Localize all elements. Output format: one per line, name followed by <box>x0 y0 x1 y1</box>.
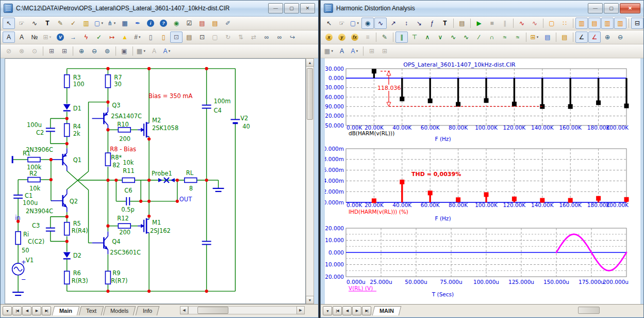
grid-squares-icon[interactable]: ▦▼ <box>135 45 147 57</box>
schematic-canvas[interactable]: R3100R730Bias = 350 mAD1Q32SA1407C100uC2… <box>5 58 306 304</box>
scale-x-icon[interactable]: ↗ <box>387 18 400 29</box>
dropdown-arrow-icon[interactable]: ▼ <box>331 50 334 53</box>
stamp-icon[interactable]: ⊞▼ <box>41 31 54 43</box>
close-button[interactable]: ✕ <box>300 3 315 13</box>
schematic-titlebar[interactable]: C:\MC12\DATA\Petrov\OPS_Lateral\OPS_Late… <box>1 1 318 17</box>
currents-icon[interactable]: → <box>67 31 79 43</box>
checkbox-icon[interactable]: ☑ <box>183 18 195 29</box>
new-page-icon[interactable]: ▯ <box>144 31 157 43</box>
select-region-icon[interactable]: ⊡ <box>170 31 183 43</box>
tab-prev-icon[interactable]: ◀ <box>342 306 352 315</box>
font-color-icon[interactable]: A▼ <box>161 45 173 57</box>
dropdown-arrow-icon[interactable]: ▼ <box>536 36 539 39</box>
more-circle-icon[interactable]: ⊙ <box>28 45 41 57</box>
edit-document-icon[interactable]: ✐ <box>222 18 234 29</box>
minimize-button[interactable]: — <box>588 3 603 13</box>
font-icon[interactable]: A <box>148 45 160 57</box>
vertical-scroll-thumb[interactable] <box>307 68 313 120</box>
dropdown-arrow-icon[interactable]: ▼ <box>168 50 171 53</box>
fx-cursor-icon[interactable]: fx <box>349 31 361 43</box>
zoom-100-icon[interactable]: ⊚ <box>101 45 113 57</box>
schematic-file-icon[interactable] <box>4 4 13 13</box>
cursor-lines-icon[interactable]: ▤ <box>588 18 601 29</box>
tab-last-icon[interactable]: ▶| <box>362 306 371 315</box>
properties-page-icon[interactable]: ▤ <box>183 31 195 43</box>
table-grid-icon[interactable]: ▦ <box>119 18 131 29</box>
tab-main[interactable]: MAIN <box>372 306 402 315</box>
go-to-x-icon[interactable]: ∥ <box>395 31 408 43</box>
clipboard-icon[interactable]: ⊞▼ <box>529 31 541 43</box>
list-cursor-icon[interactable]: ≡ <box>361 31 374 43</box>
dropdown-arrow-icon[interactable]: ▼ <box>138 36 141 39</box>
select-handles-icon[interactable]: ⊡ <box>196 31 208 43</box>
tangent-cursor-icon[interactable]: ∿ <box>529 18 541 29</box>
flip-vertical-icon[interactable]: ⇅ <box>235 31 247 43</box>
page-image-icon[interactable]: ▣ <box>118 45 130 57</box>
check-document-icon[interactable]: ▤ <box>196 18 208 29</box>
horizontal-line-icon[interactable]: ⊟ <box>631 18 643 29</box>
define-check-icon[interactable]: ✓ <box>67 18 79 29</box>
dropdown-arrow-icon[interactable]: ▼ <box>113 22 117 25</box>
tab-next-icon[interactable]: ▶ <box>32 306 41 315</box>
scale-axes-icon[interactable]: ∠ <box>575 31 588 43</box>
cursor-left-icon[interactable]: ▥ <box>575 18 588 29</box>
global-low-icon[interactable]: ≈ <box>511 31 524 43</box>
help-icon[interactable]: ? <box>157 18 170 29</box>
goto-icon[interactable]: ↪ <box>286 31 299 43</box>
scroll-down-icon[interactable]: ▼ <box>306 296 314 304</box>
info-icon[interactable]: i <box>144 18 157 29</box>
pan-hand-icon[interactable]: ☞ <box>15 18 28 29</box>
scroll-up-icon[interactable]: ▲ <box>306 58 314 67</box>
inflection-icon[interactable]: ∩ <box>486 31 498 43</box>
quill-icon[interactable]: ✒ <box>131 18 144 29</box>
attribute-wave-icon[interactable]: A <box>15 31 28 43</box>
tab-dropdown-icon[interactable]: ▼ <box>323 306 332 315</box>
scale-y-icon[interactable]: ↕ <box>400 18 412 29</box>
pin-connections-icon[interactable]: ↦ <box>106 31 118 43</box>
font-icon[interactable]: A <box>336 45 348 57</box>
rotate-icon[interactable]: ↻ <box>222 31 234 43</box>
analysis-window-icon[interactable] <box>324 4 333 13</box>
corners-box-icon[interactable]: ∷ <box>558 18 571 29</box>
notes-document-icon[interactable]: ▤ <box>209 18 221 29</box>
node-voltages-icon[interactable]: V <box>54 31 67 43</box>
warning-triangle-icon[interactable]: ▲ <box>119 31 131 43</box>
font-color-icon[interactable]: A▼ <box>349 45 361 57</box>
find-wave-icon[interactable]: ∞ <box>260 31 273 43</box>
tab-text[interactable]: Text <box>79 306 104 315</box>
peak-icon[interactable]: ∧ <box>421 31 434 43</box>
cascade-pages-icon[interactable]: ⊞ <box>366 45 378 57</box>
cursor-right-icon[interactable]: ▥ <box>601 18 614 29</box>
tab-main[interactable]: Main <box>52 306 80 315</box>
scroll-right-icon[interactable]: ▶ <box>296 306 305 314</box>
properties-icon[interactable]: ▤ <box>456 18 468 29</box>
conditions-icon[interactable]: ✓ <box>93 31 105 43</box>
cascade-pages-icon[interactable]: ⊞ <box>45 45 58 57</box>
shapes-icon[interactable]: ▢▼ <box>93 18 105 29</box>
valley-icon[interactable]: ∨ <box>434 31 447 43</box>
tab-first-icon[interactable]: |◀ <box>333 306 342 315</box>
zoom-out-icon[interactable]: ⊖ <box>614 31 626 43</box>
harmonic-analysis-charts[interactable]: 30.0000.000-30.000-60.000-90.000-120.000… <box>325 58 640 304</box>
dropdown-arrow-icon[interactable]: ▼ <box>101 22 104 25</box>
find-icon[interactable]: ∞ <box>273 31 286 43</box>
y-cursor-icon[interactable]: y <box>336 31 348 43</box>
shapes-icon[interactable]: ▢▼ <box>349 18 361 29</box>
numeric-output-icon[interactable]: ▤ <box>558 31 571 43</box>
select-arrow-icon[interactable]: ↖ <box>3 18 15 29</box>
slope-icon[interactable]: ∕ <box>473 31 485 43</box>
high-icon[interactable]: ∿ <box>460 31 472 43</box>
tab-first-icon[interactable]: |◀ <box>12 306 22 315</box>
component-bus-icon[interactable]: ▥ <box>80 18 92 29</box>
dropdown-arrow-icon[interactable]: ▼ <box>356 50 359 53</box>
text-mode-icon[interactable]: T <box>439 18 451 29</box>
region-box-icon[interactable]: ▢ <box>209 31 221 43</box>
close-circle-icon[interactable]: ⊗ <box>15 45 28 57</box>
dropdown-arrow-icon[interactable]: ▼ <box>356 22 359 25</box>
minimize-button[interactable]: — <box>268 3 283 13</box>
global-high-icon[interactable]: ≈ <box>499 31 511 43</box>
dropdown-arrow-icon[interactable]: ▼ <box>143 50 146 53</box>
tab-dropdown-icon[interactable]: ▼ <box>3 306 12 315</box>
tab-last-icon[interactable]: ▶| <box>42 306 51 315</box>
slope-cursor-icon[interactable]: ∿ <box>516 18 528 29</box>
